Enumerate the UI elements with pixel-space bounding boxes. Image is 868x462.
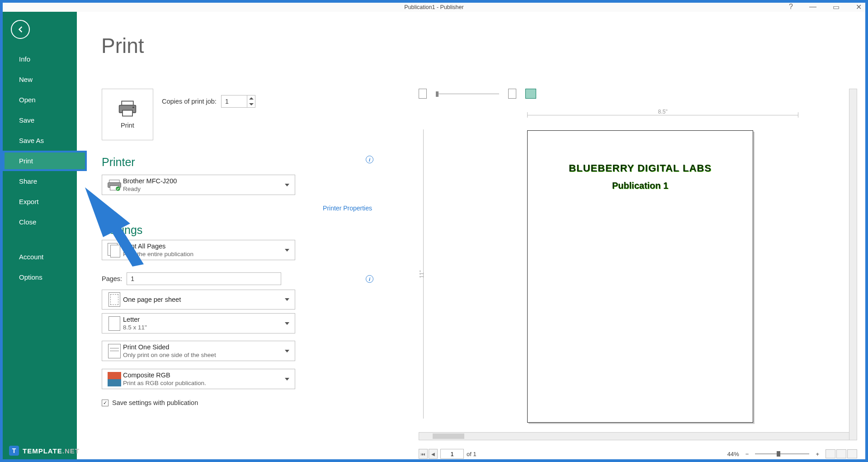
view-fit-icon[interactable] [847, 449, 857, 458]
sidebar-item-options[interactable]: Options [3, 267, 77, 287]
vertical-scrollbar[interactable] [849, 89, 857, 440]
pages-label: Pages: [102, 275, 122, 282]
preview-footer: ⏮ ◀ 1 of 1 44% − + [419, 448, 857, 460]
titlebar: Publication1 - Publisher ? — ▭ ✕ [3, 3, 865, 12]
content-area: Print Print Copies of print job: 1 Print… [77, 12, 865, 459]
page-title: Print [101, 33, 865, 58]
sidebar-item-export[interactable]: Export [3, 191, 77, 212]
page-slider[interactable] [436, 94, 499, 94]
print-preview: 8.5" 11" BLUEBERRY DIGITAL LABS Publicat… [419, 89, 857, 450]
page-icon [106, 316, 123, 331]
sidebar-item-open[interactable]: Open [3, 90, 77, 110]
doc-heading: BLUEBERRY DIGITAL LABS [528, 162, 753, 174]
color-swatch-icon [106, 372, 123, 386]
chevron-down-icon [285, 350, 289, 352]
printer-section-title: Printer [102, 156, 135, 169]
print-button-label: Print [121, 122, 134, 129]
ruler-vertical: 11" [419, 129, 428, 419]
view-single-icon[interactable] [826, 449, 835, 458]
svg-rect-4 [109, 180, 119, 182]
page-nav-last-icon[interactable] [508, 89, 516, 99]
spinner-icon[interactable] [247, 95, 255, 107]
doc-subheading: Publication 1 [528, 181, 753, 191]
svg-rect-0 [122, 101, 133, 105]
chevron-down-icon [285, 322, 289, 325]
help-icon[interactable]: ? [789, 3, 793, 11]
zoom-slider[interactable] [755, 453, 809, 454]
minimize-icon[interactable]: — [809, 3, 816, 11]
horizontal-scrollbar[interactable] [419, 432, 850, 440]
zoom-in-button[interactable]: + [816, 451, 819, 457]
sidebar-item-account[interactable]: Account [3, 247, 77, 267]
ruler-horizontal: 8.5" [527, 110, 798, 119]
chevron-down-icon [285, 298, 289, 301]
back-button[interactable] [11, 20, 30, 39]
save-settings-label: Save settings with publication [112, 399, 198, 406]
backstage-sidebar: Info New Open Save Save As Print Share E… [3, 12, 77, 459]
pages-per-sheet-selector[interactable]: One page per sheet [102, 290, 295, 310]
zoom-value: 44% [727, 451, 739, 457]
zoom-out-button[interactable]: − [745, 451, 749, 457]
page-total: of 1 [467, 451, 476, 457]
copies-label: Copies of print job: [162, 98, 217, 105]
printer-icon [118, 100, 137, 117]
save-settings-checkbox[interactable]: ✓ [102, 400, 108, 406]
brand-icon: T [9, 446, 19, 456]
duplex-selector[interactable]: Print One Sided Only print on one side o… [102, 341, 295, 361]
chevron-down-icon [285, 378, 289, 381]
close-icon[interactable]: ✕ [856, 3, 862, 11]
sidebar-item-close[interactable]: Close [3, 212, 77, 232]
fit-page-icon[interactable] [525, 89, 536, 99]
sidebar-item-new[interactable]: New [3, 69, 77, 90]
window-title: Publication1 - Publisher [404, 4, 463, 10]
annotation-arrow [80, 183, 171, 275]
svg-rect-2 [123, 110, 132, 116]
color-mode-selector[interactable]: Composite RGB Print as RGB color publica… [102, 369, 295, 389]
chevron-down-icon [285, 184, 289, 186]
copies-spinner[interactable]: 1 [221, 95, 255, 108]
info-icon[interactable]: i [366, 156, 373, 163]
prev-page-button[interactable]: ◀ [429, 449, 438, 459]
duplex-icon [106, 344, 123, 358]
view-multi-icon[interactable] [836, 449, 846, 458]
svg-marker-8 [85, 187, 144, 267]
sidebar-item-print[interactable]: Print [3, 151, 87, 171]
template-watermark: T TEMPLATE.NET [9, 446, 80, 456]
info-icon[interactable]: i [366, 275, 373, 283]
sidebar-item-info[interactable]: Info [3, 49, 77, 69]
first-page-button[interactable]: ⏮ [419, 449, 428, 459]
paper-size-selector[interactable]: Letter 8.5 x 11" [102, 313, 295, 333]
sidebar-item-share[interactable]: Share [3, 171, 77, 191]
sidebar-item-save[interactable]: Save [3, 110, 77, 130]
sidebar-item-saveas[interactable]: Save As [3, 130, 77, 151]
svg-point-3 [132, 106, 134, 108]
page-nav-first-icon[interactable] [419, 89, 427, 99]
preview-page: BLUEBERRY DIGITAL LABS Publication 1 [527, 130, 753, 423]
current-page-input[interactable]: 1 [440, 449, 464, 459]
maximize-icon[interactable]: ▭ [833, 3, 840, 11]
chevron-down-icon [285, 249, 289, 252]
print-button[interactable]: Print [102, 89, 153, 140]
sheet-icon [106, 292, 123, 307]
